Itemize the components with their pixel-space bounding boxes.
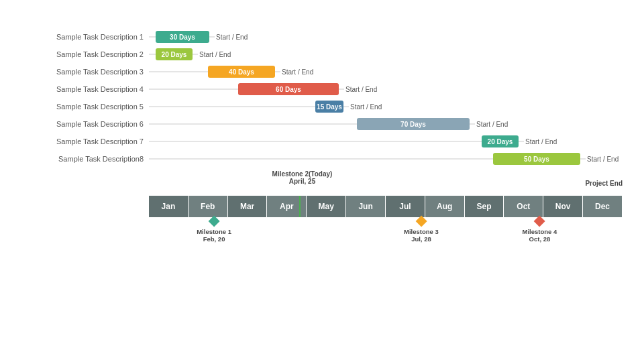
task-label: Sample Task Description 3	[21, 68, 149, 76]
task-bar: 70 Days	[357, 118, 470, 130]
task-dates: Start / End	[350, 103, 382, 111]
task-row: Sample Task Description 220 DaysStart / …	[21, 46, 623, 63]
task-bar: 50 Days	[493, 153, 580, 165]
chart-area: Sample Task Description 130 DaysStart / …	[21, 28, 623, 168]
task-row: Sample Task Description 340 DaysStart / …	[21, 63, 623, 80]
task-line-area: 40 DaysStart / End	[149, 63, 623, 80]
task-row: Sample Task Description 670 DaysStart / …	[21, 115, 623, 133]
milestone-text: Milestone 1Feb, 20	[197, 228, 231, 243]
timeline-section: Milestone 2(Today)April, 25Project End J…	[21, 170, 623, 251]
task-bar: 40 Days	[208, 66, 275, 78]
month-cell-dec: Dec	[583, 196, 623, 217]
task-bar: 60 Days	[238, 83, 339, 95]
task-dates: Start / End	[199, 51, 231, 58]
task-line-area: 30 DaysStart / End	[149, 28, 623, 46]
milestone-text: Milestone 4Oct, 28	[523, 228, 557, 243]
task-dates: Start / End	[476, 121, 508, 128]
task-line-area: 60 DaysStart / End	[149, 80, 623, 98]
timeline-container: JanFebMarAprMayJunJulAugSepOctNovDec	[21, 196, 623, 217]
project-end-label: Project End	[585, 180, 623, 187]
task-dates: Start / End	[345, 86, 377, 93]
milestone-label-area: Milestone 2(Today)April, 25Project End	[149, 170, 623, 196]
milestone-2-label: Milestone 2(Today)April, 25	[272, 170, 333, 185]
month-cell-aug: Aug	[425, 196, 465, 217]
task-row: Sample Task Description850 DaysStart / E…	[21, 150, 623, 168]
task-label: Sample Task Description 1	[21, 33, 149, 41]
task-bar: 20 Days	[482, 135, 519, 147]
task-line-area: 50 DaysStart / End	[149, 150, 623, 168]
task-dates: Start / End	[587, 156, 619, 163]
task-line-area: 15 DaysStart / End	[149, 98, 623, 115]
task-row: Sample Task Description 515 DaysStart / …	[21, 98, 623, 115]
month-cell-feb: Feb	[189, 196, 228, 217]
task-label: Sample Task Description 5	[21, 103, 149, 111]
task-line-area: 20 DaysStart / End	[149, 46, 623, 63]
month-cell-jul: Jul	[386, 196, 425, 217]
task-row: Sample Task Description 720 DaysStart / …	[21, 133, 623, 150]
month-cell-mar: Mar	[228, 196, 268, 217]
milestone-marker: Milestone 4Oct, 28	[523, 217, 557, 265]
task-bar: 15 Days	[315, 101, 343, 113]
month-cell-nov: Nov	[543, 196, 583, 217]
task-label: Sample Task Description 7	[21, 137, 149, 145]
task-label: Sample Task Description 2	[21, 50, 149, 58]
milestone-markers-row: Milestone 1Feb, 20Milestone 3Jul, 28Mile…	[149, 217, 623, 251]
task-dates: Start / End	[525, 138, 557, 145]
month-cell-may: May	[307, 196, 346, 217]
task-row: Sample Task Description 130 DaysStart / …	[21, 28, 623, 46]
month-cell-jan: Jan	[149, 196, 189, 217]
milestone-marker: Milestone 3Jul, 28	[404, 217, 439, 265]
timeline-bar: JanFebMarAprMayJunJulAugSepOctNovDec	[149, 196, 623, 217]
milestone-marker: Milestone 1Feb, 20	[197, 217, 231, 265]
month-cell-sep: Sep	[465, 196, 504, 217]
task-bar: 30 Days	[156, 31, 209, 43]
task-bar: 20 Days	[156, 48, 193, 60]
page: Sample Task Description 130 DaysStart / …	[0, 0, 644, 362]
task-line-area: 20 DaysStart / End	[149, 133, 623, 150]
task-dates: Start / End	[282, 68, 313, 76]
task-label: Sample Task Description8	[21, 155, 149, 163]
task-dates: Start / End	[216, 34, 248, 41]
month-cell-oct: Oct	[504, 196, 543, 217]
task-label: Sample Task Description 4	[21, 85, 149, 93]
task-row: Sample Task Description 460 DaysStart / …	[21, 80, 623, 98]
milestone-text: Milestone 3Jul, 28	[404, 228, 439, 243]
task-label: Sample Task Description 6	[21, 120, 149, 128]
month-cell-jun: Jun	[346, 196, 386, 217]
task-line-area: 70 DaysStart / End	[149, 115, 623, 133]
month-cell-apr: Apr	[267, 196, 307, 217]
